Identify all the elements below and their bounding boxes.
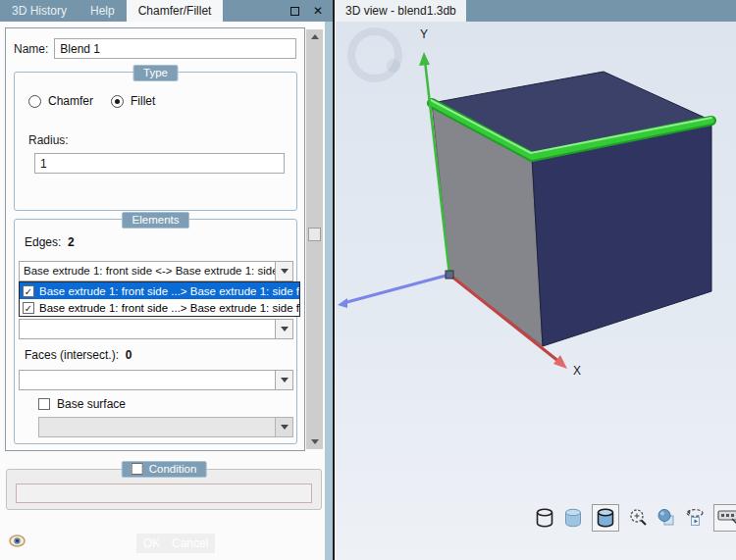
condition-group-title: Condition [122, 461, 207, 478]
origin-marker [446, 271, 453, 279]
z-axis [343, 275, 449, 303]
shaded-transparent-view-icon[interactable] [563, 507, 583, 529]
radius-input[interactable] [34, 153, 285, 174]
shaded-view-icon [596, 507, 615, 529]
edges-count: 2 [68, 235, 75, 249]
3d-view-panel: 3D view - blend1.3db [336, 0, 736, 560]
form-scrollbar[interactable] [306, 29, 323, 449]
3d-scene: Y X [336, 22, 736, 560]
type-group: Type Chamfer Fillet Radius: [14, 72, 297, 211]
keyboard-icon [717, 507, 736, 529]
faces-combobox[interactable] [19, 370, 293, 390]
faces-combobox-arrow[interactable] [275, 371, 292, 389]
z-axis-arrow [338, 298, 347, 308]
panel-edge-strip [325, 0, 333, 560]
fillet-radio-circle[interactable] [111, 95, 124, 108]
condition-group: Condition [6, 469, 322, 510]
application-window: 3D History Help Chamfer/Fillet ✕ Name: T… [0, 0, 736, 560]
fillet-radio-label: Fillet [131, 94, 155, 108]
secondary-edges-combobox[interactable] [19, 319, 293, 339]
shaded-view-button-selected[interactable] [592, 504, 619, 532]
scroll-up-button[interactable] [306, 29, 323, 44]
wireframe-view-icon[interactable] [535, 507, 554, 529]
chamfer-radio[interactable]: Chamfer [28, 94, 93, 108]
form-scroll-area: Name: Type Chamfer Fillet Radius: [5, 27, 305, 451]
chamfer-radio-circle[interactable] [28, 95, 41, 108]
cancel-button[interactable]: Cancel [165, 534, 215, 553]
base-surface-label: Base surface [57, 397, 126, 411]
edges-count-row: Edges: 2 [25, 235, 75, 249]
name-label: Name: [14, 42, 48, 56]
edge-item-label: Base extrude 1: front side ...> Base ext… [39, 285, 299, 297]
y-axis-arrow [419, 52, 430, 66]
edge-checkbox[interactable]: ✓ [23, 302, 34, 314]
ok-button[interactable]: OK [136, 534, 167, 553]
y-axis-label: Y [420, 27, 428, 41]
maximize-icon[interactable] [290, 7, 299, 16]
type-group-title: Type [132, 65, 179, 81]
tab-chamfer-fillet[interactable]: Chamfer/Fillet [127, 0, 224, 22]
triangle-up-icon [311, 34, 319, 39]
tab-3d-view[interactable]: 3D view - blend1.3db [336, 0, 466, 22]
base-surface-row[interactable]: Base surface [38, 397, 126, 411]
zoom-icon[interactable] [628, 507, 648, 529]
radius-label: Radius: [28, 133, 69, 147]
chevron-down-icon [281, 327, 289, 331]
faces-count-row: Faces (intersect.): 0 [25, 348, 131, 362]
edges-dropdown-list: ✓ Base extrude 1: front side ...> Base e… [19, 281, 300, 317]
faces-count: 0 [126, 348, 132, 362]
edges-combobox-arrow[interactable] [275, 262, 292, 280]
edge-item-label: Base extrude 1: front side ...> Base ext… [39, 302, 299, 314]
edge-list-item[interactable]: ✓ Base extrude 1: front side ...> Base e… [20, 299, 299, 316]
tab-3d-history[interactable]: 3D History [0, 0, 79, 22]
chevron-down-icon [281, 269, 289, 274]
rotate-view-icon[interactable] [685, 507, 705, 529]
eye-icon[interactable] [9, 534, 26, 548]
left-tabbar: 3D History Help Chamfer/Fillet ✕ [0, 0, 335, 22]
close-icon[interactable]: ✕ [313, 5, 323, 17]
chamfer-radio-label: Chamfer [48, 94, 93, 108]
elements-group-title: Elements [122, 212, 190, 229]
tab-help[interactable]: Help [79, 0, 127, 22]
edge-list-item[interactable]: ✓ Base extrude 1: front side ...> Base e… [20, 282, 299, 299]
base-surface-combobox-arrow [275, 418, 292, 436]
chevron-down-icon [281, 378, 289, 382]
scroll-down-button[interactable] [306, 434, 323, 449]
chamfer-fillet-panel: 3D History Help Chamfer/Fillet ✕ Name: T… [0, 0, 335, 560]
fillet-radio[interactable]: Fillet [111, 94, 155, 108]
edges-combobox[interactable]: Base extrude 1: front side <-> Base extr… [19, 261, 293, 281]
edge-checkbox[interactable]: ✓ [23, 285, 34, 297]
secondary-edges-combobox-arrow[interactable] [275, 320, 292, 338]
condition-checkbox[interactable] [131, 463, 143, 475]
panel-splitter[interactable] [333, 0, 335, 560]
elements-group: Elements Edges: 2 Base extrude 1: front … [14, 219, 297, 444]
3d-viewport[interactable]: Y X [336, 22, 736, 560]
chevron-down-icon [281, 425, 289, 430]
render-mode-icon[interactable] [657, 507, 676, 529]
x-axis-label: X [573, 364, 581, 378]
condition-label: Condition [149, 463, 197, 475]
edges-combobox-value: Base extrude 1: front side <-> Base extr… [20, 262, 275, 280]
condition-input [16, 484, 312, 503]
triangle-down-icon [311, 439, 319, 444]
base-surface-checkbox[interactable] [38, 398, 50, 410]
panel-footer: OK Cancel [0, 530, 323, 557]
scrollbar-thumb[interactable] [308, 228, 321, 241]
base-surface-combobox [38, 417, 293, 437]
keyboard-input-button[interactable] [713, 504, 736, 532]
name-input[interactable] [54, 38, 296, 59]
right-tabbar: 3D view - blend1.3db [336, 0, 736, 22]
view-toolbar [535, 504, 736, 532]
